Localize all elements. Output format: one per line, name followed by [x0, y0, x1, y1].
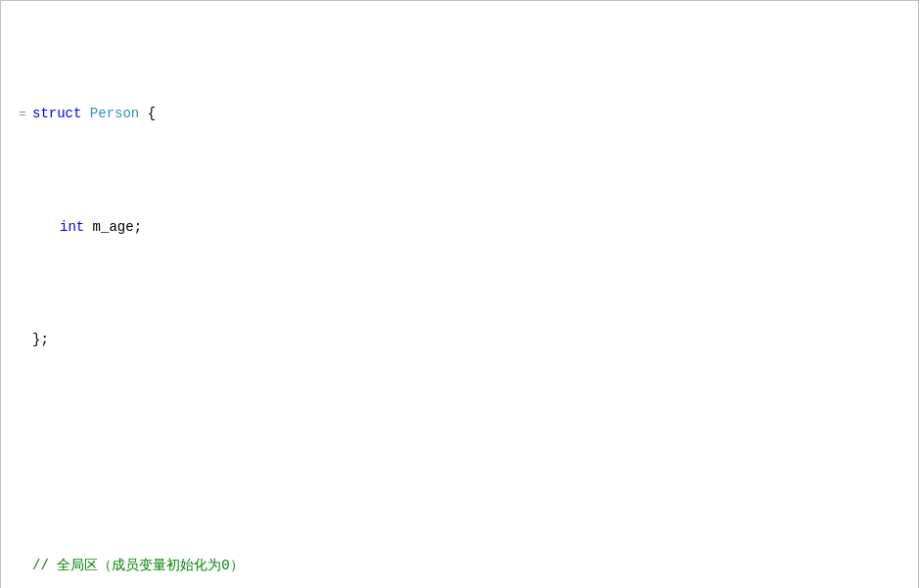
- code-block: = struct Person { int m_age; }; // 全局区（成…: [1, 13, 918, 588]
- content-3: };: [32, 329, 902, 351]
- marker-2: [17, 217, 28, 238]
- marker-1: =: [17, 104, 28, 124]
- line-4: [17, 442, 902, 465]
- line-1: = struct Person {: [17, 103, 902, 125]
- content-1: struct Person {: [32, 103, 902, 125]
- line-5: // 全局区（成员变量初始化为0）: [17, 555, 902, 577]
- content-2: int m_age;: [60, 216, 902, 239]
- line-2: int m_age;: [17, 216, 902, 239]
- content-5: // 全局区（成员变量初始化为0）: [32, 555, 902, 577]
- code-window: = struct Person { int m_age; }; // 全局区（成…: [0, 0, 919, 588]
- marker-3: [17, 330, 28, 350]
- line-3: };: [17, 329, 902, 351]
- marker-5: [17, 556, 28, 576]
